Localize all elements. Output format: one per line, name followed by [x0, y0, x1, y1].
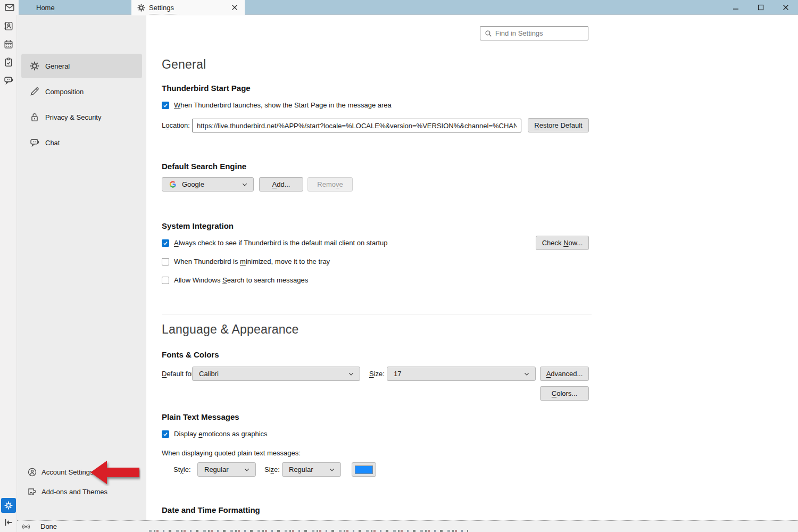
default-client-checkbox-row: Always check to see if Thunderbird is th… [162, 239, 388, 247]
window-controls [723, 0, 798, 15]
default-client-checkbox[interactable] [162, 239, 169, 247]
emoticons-checkbox-row: Display emoticons as graphics [162, 430, 268, 438]
emoticons-checkbox[interactable] [162, 430, 169, 438]
status-text: Done [40, 522, 57, 530]
sidebar-item-label: Add-ons and Themes [41, 488, 107, 496]
pencil-icon [30, 87, 39, 96]
tab-settings[interactable]: Settings [131, 0, 245, 15]
location-input[interactable] [192, 119, 521, 132]
chat-icon[interactable] [4, 76, 13, 85]
address-book-icon[interactable] [4, 21, 13, 31]
envelope-icon [5, 3, 14, 12]
section-divider [162, 314, 592, 314]
mail-space-corner [0, 0, 19, 15]
chat-bubble-icon [30, 138, 39, 147]
close-icon [783, 4, 789, 11]
check-icon [163, 103, 168, 108]
fonts-colors-heading: Fonts & Colors [162, 350, 219, 359]
tab-close-button[interactable] [231, 4, 238, 11]
close-button[interactable] [773, 0, 798, 15]
check-icon [163, 431, 168, 437]
close-icon [231, 4, 238, 11]
red-annotation-arrow [89, 460, 140, 486]
restore-default-button[interactable]: Restore Default [528, 118, 589, 132]
calendar-icon[interactable] [4, 39, 13, 49]
tab-home[interactable]: Home [19, 0, 131, 15]
quote-style-dropdown[interactable]: Regular [197, 462, 256, 477]
chevron-down-icon [329, 467, 335, 473]
font-size-label: Size: [369, 367, 385, 381]
advanced-fonts-button[interactable]: Advanced... [540, 367, 589, 381]
settings-search[interactable] [480, 26, 588, 40]
quote-color-button[interactable] [352, 462, 376, 477]
minimize-button[interactable] [723, 0, 748, 15]
clipped-content-strip [149, 530, 468, 532]
sidebar-item-composition[interactable]: Composition [21, 79, 142, 104]
tasks-icon[interactable] [4, 57, 13, 67]
emoticons-label: Display emoticons as graphics [174, 430, 268, 438]
plain-text-heading: Plain Text Messages [162, 412, 239, 421]
magnifier-icon [485, 30, 492, 37]
tab-home-label: Home [36, 4, 55, 12]
tab-settings-label: Settings [149, 4, 174, 12]
spaces-toolbar [0, 15, 17, 532]
location-label: Location: [162, 118, 190, 132]
settings-sidebar: General Composition Privacy & Security C… [17, 15, 146, 520]
quote-size-dropdown[interactable]: Regular [282, 462, 341, 477]
maximize-button[interactable] [748, 0, 773, 15]
colors-button[interactable]: Colors... [540, 386, 589, 401]
search-engine-heading: Default Search Engine [162, 162, 246, 171]
chevron-down-icon [523, 371, 530, 377]
quote-style-label: Style: [173, 462, 191, 477]
search-input[interactable] [495, 29, 589, 37]
titlebar: Home Settings [0, 0, 798, 15]
sidebar-item-label: Privacy & Security [45, 113, 101, 121]
minimize-tray-checkbox[interactable] [162, 258, 169, 265]
maximize-icon [758, 4, 764, 11]
default-font-dropdown[interactable]: Calibri [192, 367, 360, 381]
page-title: General [162, 57, 206, 72]
sidebar-item-addons-themes[interactable]: Add-ons and Themes [21, 484, 138, 499]
start-page-checkbox[interactable] [162, 102, 169, 109]
font-size-dropdown[interactable]: 17 [387, 367, 536, 381]
start-page-checkbox-row: When Thunderbird launches, show the Star… [162, 101, 392, 109]
windows-search-checkbox[interactable] [162, 277, 169, 284]
chevron-down-icon [348, 371, 354, 377]
chevron-down-icon [242, 181, 248, 188]
quote-size-label: Size: [264, 462, 280, 477]
sidebar-item-chat[interactable]: Chat [21, 130, 142, 155]
settings-main-pane: General Thunderbird Start Page When Thun… [146, 15, 798, 520]
language-appearance-title: Language & Appearance [162, 322, 298, 337]
minimize-tray-checkbox-row: When Thunderbird is minimized, move it t… [162, 257, 330, 265]
puzzle-icon [28, 487, 37, 496]
account-person-icon [28, 468, 37, 477]
check-icon [163, 240, 168, 246]
start-page-checkbox-label: When Thunderbird launches, show the Star… [174, 101, 392, 109]
default-client-label: Always check to see if Thunderbird is th… [174, 239, 388, 247]
collapse-spaces-icon[interactable] [3, 517, 14, 528]
remove-engine-button[interactable]: Remove [307, 177, 353, 192]
google-g-icon [169, 180, 177, 188]
windows-search-checkbox-row: Allow Windows Search to search messages [162, 276, 308, 284]
minimize-icon [733, 4, 739, 11]
lock-icon [30, 112, 39, 122]
search-engine-dropdown[interactable]: Google [162, 177, 254, 192]
settings-space-button[interactable] [1, 498, 16, 513]
search-engine-value: Google [182, 180, 242, 188]
sidebar-item-privacy-security[interactable]: Privacy & Security [21, 105, 142, 129]
quote-style-value: Regular [204, 466, 244, 473]
check-now-button[interactable]: Check Now... [536, 236, 589, 250]
sidebar-item-label: Composition [45, 88, 84, 96]
add-engine-button[interactable]: Add... [259, 177, 303, 192]
sidebar-item-general[interactable]: General [21, 54, 142, 78]
quoted-messages-label: When displaying quoted plain text messag… [162, 449, 301, 457]
minimize-tray-label: When Thunderbird is minimized, move it t… [174, 257, 330, 265]
gear-icon [4, 501, 13, 510]
start-page-heading: Thunderbird Start Page [162, 84, 251, 93]
windows-search-label: Allow Windows Search to search messages [174, 276, 308, 284]
font-size-value: 17 [394, 370, 523, 378]
activity-icon [22, 522, 30, 531]
datetime-heading: Date and Time Formatting [162, 505, 260, 514]
quote-color-swatch [355, 466, 373, 474]
system-integration-heading: System Integration [162, 221, 234, 230]
